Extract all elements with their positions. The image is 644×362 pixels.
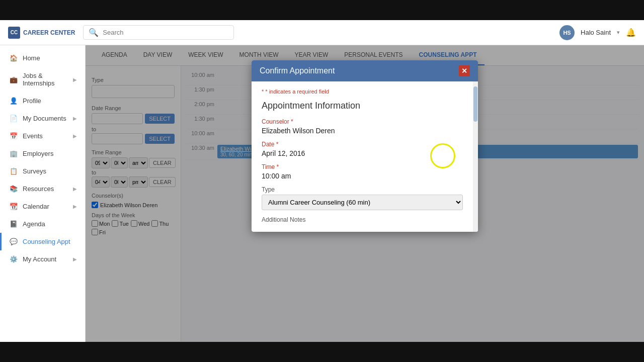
sidebar-item-surveys[interactable]: 📋 Surveys bbox=[0, 162, 85, 180]
required-note-text: * indicates a required field bbox=[265, 88, 329, 95]
sidebar-item-employers[interactable]: 🏢 Employers bbox=[0, 145, 85, 162]
body-wrapper: 🏠 Home 💼 Jobs & Internships ▶ 👤 Profile … bbox=[0, 45, 644, 342]
counselor-label: Counselor * bbox=[262, 118, 463, 125]
sidebar-item-counseling[interactable]: 💬 Counseling Appt bbox=[0, 233, 85, 250]
sidebar-item-label: My Documents bbox=[23, 115, 66, 122]
modal-scrollbar[interactable] bbox=[473, 81, 478, 232]
sidebar-item-label: Employers bbox=[23, 150, 53, 157]
date-required-star: * bbox=[276, 141, 279, 148]
type-select[interactable]: Alumni Career Counseling (60 min) Career… bbox=[262, 195, 463, 210]
sidebar: 🏠 Home 💼 Jobs & Internships ▶ 👤 Profile … bbox=[0, 45, 86, 342]
type-select-row: Alumni Career Counseling (60 min) Career… bbox=[262, 195, 463, 210]
sidebar-item-resources[interactable]: 📚 Resources ▶ bbox=[0, 180, 85, 198]
modal-scroll-thumb bbox=[473, 86, 477, 122]
main-content: AGENDA DAY VIEW WEEK VIEW MONTH VIEW YEA… bbox=[86, 45, 644, 342]
chevron-icon: ▶ bbox=[73, 256, 77, 262]
modal-close-button[interactable]: ✕ bbox=[459, 65, 470, 76]
sidebar-item-calendar[interactable]: 📆 Calendar ▶ bbox=[0, 198, 85, 215]
surveys-icon: 📋 bbox=[10, 167, 18, 175]
account-icon: ⚙️ bbox=[10, 255, 18, 263]
agenda-icon: 📓 bbox=[10, 220, 18, 228]
time-label: Time * bbox=[262, 163, 463, 170]
section-title: Appointment Information bbox=[262, 101, 463, 111]
sidebar-item-label: Jobs & Internships bbox=[23, 72, 68, 87]
chevron-icon: ▶ bbox=[73, 77, 77, 82]
logo: CC CAREER CENTER bbox=[8, 27, 75, 39]
jobs-icon: 💼 bbox=[10, 76, 18, 83]
time-required-star: * bbox=[277, 163, 279, 170]
header: CC CAREER CENTER 🔍 HS Halo Saint ▾ 🔔 bbox=[0, 20, 644, 45]
counselor-value: Elizabeth Wilson Deren bbox=[262, 127, 463, 135]
documents-icon: 📄 bbox=[10, 115, 18, 122]
counseling-icon: 💬 bbox=[10, 238, 18, 245]
modal-scroll-inner: * * indicates a required field Appointme… bbox=[252, 81, 473, 232]
sidebar-item-home[interactable]: 🏠 Home bbox=[0, 49, 85, 67]
modal-header: Confirm Appointment ✕ bbox=[252, 60, 478, 81]
modal-scroll-container: * * indicates a required field Appointme… bbox=[252, 81, 478, 232]
confirm-appointment-modal: Confirm Appointment ✕ * * indicates a re… bbox=[252, 60, 478, 232]
chevron-icon: ▶ bbox=[73, 204, 77, 209]
main-wrapper: CC CAREER CENTER 🔍 HS Halo Saint ▾ 🔔 🏠 H… bbox=[0, 20, 644, 342]
events-icon: 📅 bbox=[10, 132, 18, 140]
sidebar-item-label: Home bbox=[23, 54, 40, 62]
chevron-icon: ▶ bbox=[73, 186, 77, 192]
home-icon: 🏠 bbox=[10, 54, 18, 62]
sidebar-item-account[interactable]: ⚙️ My Account ▶ bbox=[0, 250, 85, 268]
header-left: CC CAREER CENTER 🔍 bbox=[8, 25, 234, 40]
bottom-bar bbox=[0, 342, 644, 362]
top-bar bbox=[0, 0, 644, 20]
time-value: 10:00 am bbox=[262, 172, 463, 180]
sidebar-item-label: Resources bbox=[23, 185, 54, 193]
sidebar-item-label: Profile bbox=[23, 97, 41, 105]
profile-icon: 👤 bbox=[10, 97, 18, 105]
search-bar[interactable]: 🔍 bbox=[83, 25, 234, 40]
employers-icon: 🏢 bbox=[10, 150, 18, 157]
bell-icon[interactable]: 🔔 bbox=[626, 28, 636, 37]
additional-notes-label: Additional Notes bbox=[262, 216, 463, 223]
chevron-icon: ▶ bbox=[73, 116, 77, 121]
sidebar-item-label: Counseling Appt bbox=[23, 238, 70, 245]
counselor-required-star: * bbox=[291, 118, 293, 125]
date-value: April 12, 2016 bbox=[262, 149, 463, 157]
sidebar-item-label: Events bbox=[23, 132, 43, 140]
user-chevron[interactable]: ▾ bbox=[617, 29, 620, 36]
sidebar-item-label: Agenda bbox=[23, 220, 45, 228]
modal-title: Confirm Appointment bbox=[260, 66, 335, 75]
sidebar-item-jobs[interactable]: 💼 Jobs & Internships ▶ bbox=[0, 67, 85, 92]
search-input[interactable] bbox=[103, 29, 228, 36]
required-star: * bbox=[262, 88, 264, 95]
search-icon: 🔍 bbox=[89, 28, 99, 37]
modal-overlay: Confirm Appointment ✕ * * indicates a re… bbox=[86, 45, 644, 342]
logo-icon: CC bbox=[8, 27, 20, 39]
type-field-label: Type bbox=[262, 186, 463, 193]
resources-icon: 📚 bbox=[10, 185, 18, 193]
sidebar-item-agenda[interactable]: 📓 Agenda bbox=[0, 215, 85, 233]
modal-body: * * indicates a required field Appointme… bbox=[252, 81, 473, 232]
chevron-icon: ▶ bbox=[73, 133, 77, 139]
sidebar-item-documents[interactable]: 📄 My Documents ▶ bbox=[0, 110, 85, 127]
required-note: * * indicates a required field bbox=[262, 88, 463, 95]
calendar-icon: 📆 bbox=[10, 203, 18, 210]
sidebar-item-profile[interactable]: 👤 Profile bbox=[0, 92, 85, 110]
sidebar-item-events[interactable]: 📅 Events ▶ bbox=[0, 127, 85, 145]
sidebar-item-label: Surveys bbox=[23, 167, 46, 175]
date-label: Date * bbox=[262, 141, 463, 148]
header-right: HS Halo Saint ▾ 🔔 bbox=[559, 25, 636, 40]
sidebar-item-label: My Account bbox=[23, 255, 56, 263]
sidebar-item-label: Calendar bbox=[23, 203, 49, 210]
user-name: Halo Saint bbox=[581, 29, 611, 36]
avatar: HS bbox=[559, 25, 575, 40]
app-name: CAREER CENTER bbox=[23, 29, 75, 36]
